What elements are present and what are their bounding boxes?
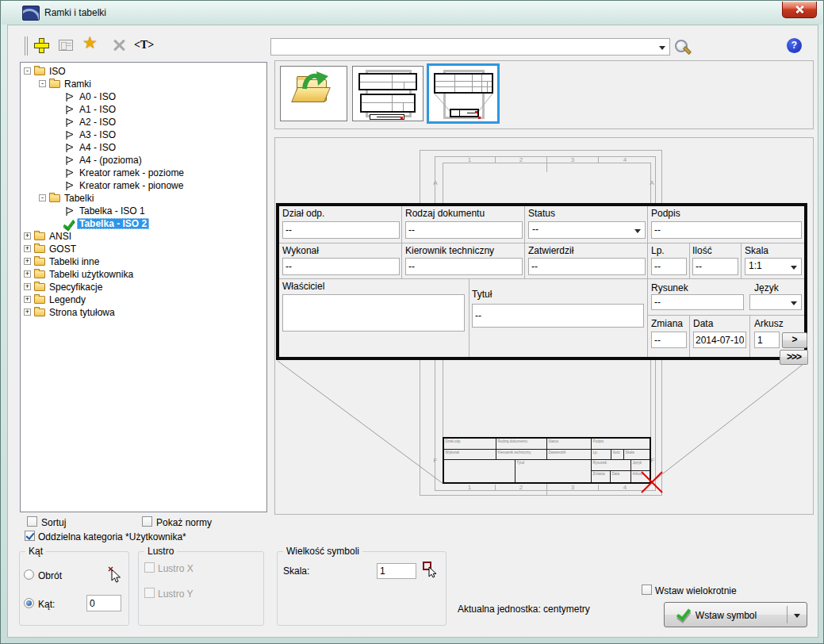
text-attributes-button[interactable]: <T> xyxy=(134,36,151,54)
chevron-down-icon[interactable] xyxy=(794,614,800,621)
search-icon[interactable] xyxy=(674,40,690,56)
chevron-down-icon[interactable] xyxy=(634,229,641,236)
zatwierdzil-input[interactable] xyxy=(528,258,646,275)
tree-item-ansi[interactable]: ANSI xyxy=(47,231,74,242)
frame-icon xyxy=(64,130,75,140)
field-label: Kierownik techniczny xyxy=(405,245,494,256)
library-tree: - ISO - Ramki A0 - ISO A1 - ISO A2 - ISO… xyxy=(20,62,267,512)
tree-expander[interactable]: + xyxy=(24,296,31,303)
wykonal-input[interactable] xyxy=(282,258,400,275)
lp-input[interactable] xyxy=(651,258,687,275)
tree-expander[interactable]: + xyxy=(24,309,31,316)
tree-item-ramki[interactable]: Ramki xyxy=(62,79,94,90)
tree-item-tabelki-inne[interactable]: Tabelki inne xyxy=(47,256,102,267)
rysunek-input[interactable] xyxy=(651,294,744,310)
tree-item-tabelka-iso-2-selected[interactable]: Tabelka - ISO 2 xyxy=(77,218,149,229)
tree-item-kreator-poziome[interactable]: Kreator ramek - poziome xyxy=(77,167,186,178)
tree-expander[interactable]: - xyxy=(39,80,46,87)
tree-item-specyfikacje[interactable]: Specyfikacje xyxy=(47,282,105,293)
mini-label: Data xyxy=(611,471,630,476)
tree-expander[interactable]: + xyxy=(24,245,31,252)
jezyk-combobox[interactable] xyxy=(749,294,802,310)
wlasciciel-textarea[interactable] xyxy=(282,294,465,332)
obrot-radio[interactable] xyxy=(24,569,34,580)
tree-item-a0-iso[interactable]: A0 - ISO xyxy=(77,91,118,102)
green-arrow-icon xyxy=(281,67,348,122)
tree-expander[interactable]: - xyxy=(24,67,31,75)
button-separator xyxy=(787,606,788,623)
tree-item-a2-iso[interactable]: A2 - ISO xyxy=(77,117,118,128)
thumbnail-variant-2-selected[interactable] xyxy=(427,63,500,124)
tree-item-strona-tytulowa[interactable]: Strona tytułowa xyxy=(47,307,117,318)
tree-item-tabelki[interactable]: Tabelki xyxy=(62,193,96,204)
ilosc-input[interactable] xyxy=(692,258,738,275)
rodzaj-dokumentu-input[interactable] xyxy=(405,221,523,239)
delete-button[interactable] xyxy=(110,36,128,54)
next-sheet-button[interactable]: > xyxy=(782,332,807,348)
thumb-table-bottom xyxy=(360,94,416,113)
toolbar-gripper[interactable] xyxy=(25,36,28,56)
favorites-button[interactable]: ★ xyxy=(82,34,100,52)
chevron-down-icon[interactable] xyxy=(659,46,665,53)
skala-value-input[interactable] xyxy=(377,563,416,579)
add-category-button[interactable] xyxy=(33,37,50,55)
close-button[interactable] xyxy=(782,2,817,18)
tree-item-a4-iso[interactable]: A4 - ISO xyxy=(77,142,118,153)
chevron-down-icon[interactable] xyxy=(791,301,797,309)
skala-combobox[interactable]: 1:1 xyxy=(745,258,802,275)
tree-expander[interactable]: + xyxy=(24,232,31,240)
lustro-y-checkbox[interactable] xyxy=(144,588,155,598)
tree-item-a1-iso[interactable]: A1 - ISO xyxy=(77,104,118,115)
zmiana-input[interactable] xyxy=(651,332,687,348)
tree-item-a3-iso[interactable]: A3 - ISO xyxy=(77,129,118,140)
tree-item-gost[interactable]: GOST xyxy=(47,243,79,255)
chevron-down-icon[interactable] xyxy=(791,266,797,273)
field-label: Ilość xyxy=(692,245,712,256)
lustro-x-checkbox[interactable] xyxy=(144,562,155,573)
dzial-odp-input[interactable] xyxy=(282,221,400,239)
tree-expander[interactable]: + xyxy=(24,258,31,265)
pick-on-screen-button[interactable] xyxy=(422,561,439,578)
lustro-x-label: Lustro X xyxy=(158,563,194,574)
status-combobox[interactable]: -- xyxy=(528,221,646,239)
pokaz-normy-checkbox[interactable] xyxy=(142,516,152,527)
tree-expander[interactable]: - xyxy=(39,194,46,201)
folder-icon xyxy=(34,296,45,304)
frame-icon xyxy=(64,168,75,178)
mini-label: Skala xyxy=(624,450,650,454)
search-combobox[interactable] xyxy=(270,38,670,56)
folder-icon xyxy=(49,80,60,88)
sortuj-checkbox[interactable] xyxy=(27,516,37,527)
thumbnail-variant-1[interactable] xyxy=(352,66,423,121)
tree-item-kreator-pionowe[interactable]: Kreator ramek - pionowe xyxy=(77,180,186,191)
tytul-input[interactable] xyxy=(472,304,644,328)
tree-row: Tabelka - ISO 2 xyxy=(21,217,266,230)
help-button[interactable]: ? xyxy=(787,38,802,53)
tree-item-tabelka-iso-1[interactable]: Tabelka - ISO 1 xyxy=(77,205,148,217)
oddzielna-kategoria-checkbox[interactable] xyxy=(25,531,35,541)
frame-icon xyxy=(64,206,75,217)
thumbnail-open-folder[interactable] xyxy=(280,66,347,121)
edit-table-button[interactable] xyxy=(57,36,75,54)
mini-label: Dział odp. xyxy=(444,439,496,443)
wstaw-symbol-button[interactable]: Wstaw symbol xyxy=(664,602,807,627)
tree-expander[interactable]: + xyxy=(24,283,31,290)
mini-label: Status xyxy=(547,439,591,443)
tree-item-a4-pozioma[interactable]: A4 - (pozioma) xyxy=(77,155,144,166)
kierownik-techniczny-input[interactable] xyxy=(405,258,523,275)
expand-sheets-button[interactable]: >>> xyxy=(780,350,808,365)
data-input[interactable] xyxy=(693,332,746,348)
tree-item-iso[interactable]: ISO xyxy=(47,66,68,77)
tree-item-tabelki-uzytkownika[interactable]: Tabelki użytkownika xyxy=(47,269,136,280)
tree-expander[interactable]: + xyxy=(24,270,31,278)
mouse-cursor-icon xyxy=(108,566,122,584)
podpis-input[interactable] xyxy=(651,221,802,239)
tree-item-legendy[interactable]: Legendy xyxy=(47,294,88,305)
arkusz-input[interactable] xyxy=(754,332,780,348)
field-label: Data xyxy=(693,318,713,329)
mini-label: Kierownik techniczny xyxy=(496,450,546,454)
kat-radio[interactable] xyxy=(24,598,34,608)
kat-value-input[interactable] xyxy=(86,595,121,611)
obrot-label: Obrót xyxy=(38,570,62,581)
wstaw-wielokrotnie-checkbox[interactable] xyxy=(642,585,652,595)
